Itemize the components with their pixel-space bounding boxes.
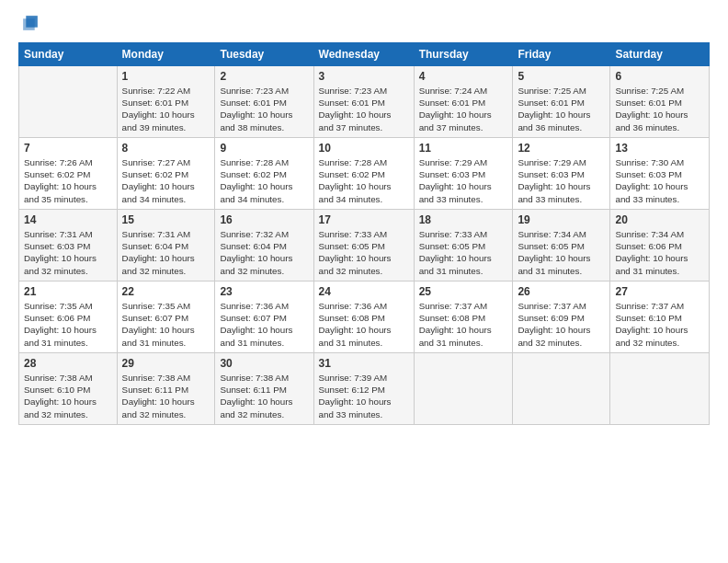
calendar-cell: 5Sunrise: 7:25 AM Sunset: 6:01 PM Daylig… — [513, 66, 610, 138]
day-info: Sunrise: 7:29 AM Sunset: 6:03 PM Dayligh… — [419, 157, 492, 204]
day-info: Sunrise: 7:25 AM Sunset: 6:01 PM Dayligh… — [615, 86, 688, 132]
day-info: Sunrise: 7:32 AM Sunset: 6:04 PM Dayligh… — [220, 229, 292, 276]
calendar-cell — [414, 353, 513, 425]
calendar-cell: 8Sunrise: 7:27 AM Sunset: 6:02 PM Daylig… — [117, 138, 215, 210]
calendar-cell: 25Sunrise: 7:37 AM Sunset: 6:08 PM Dayli… — [414, 282, 513, 353]
day-info: Sunrise: 7:31 AM Sunset: 6:03 PM Dayligh… — [24, 229, 97, 276]
day-number: 18 — [419, 213, 508, 226]
calendar-body: 1Sunrise: 7:22 AM Sunset: 6:01 PM Daylig… — [19, 66, 710, 425]
day-info: Sunrise: 7:37 AM Sunset: 6:09 PM Dayligh… — [518, 301, 590, 348]
day-number: 24 — [319, 285, 409, 298]
day-number: 8 — [122, 142, 210, 155]
calendar-cell: 6Sunrise: 7:25 AM Sunset: 6:01 PM Daylig… — [610, 66, 710, 138]
day-info: Sunrise: 7:36 AM Sunset: 6:07 PM Dayligh… — [220, 301, 292, 348]
calendar-week-row: 7Sunrise: 7:26 AM Sunset: 6:02 PM Daylig… — [19, 138, 710, 210]
day-info: Sunrise: 7:27 AM Sunset: 6:02 PM Dayligh… — [122, 157, 195, 204]
day-info: Sunrise: 7:38 AM Sunset: 6:11 PM Dayligh… — [220, 373, 292, 419]
calendar-cell: 12Sunrise: 7:29 AM Sunset: 6:03 PM Dayli… — [513, 138, 610, 210]
day-number: 15 — [122, 213, 210, 226]
day-info: Sunrise: 7:25 AM Sunset: 6:01 PM Dayligh… — [518, 86, 590, 132]
day-info: Sunrise: 7:33 AM Sunset: 6:05 PM Dayligh… — [319, 229, 392, 276]
calendar-cell: 31Sunrise: 7:39 AM Sunset: 6:12 PM Dayli… — [313, 353, 414, 425]
calendar-cell: 28Sunrise: 7:38 AM Sunset: 6:10 PM Dayli… — [19, 353, 118, 425]
day-number: 17 — [319, 213, 409, 226]
day-number: 22 — [122, 285, 210, 298]
calendar-header-cell: Tuesday — [215, 43, 313, 66]
day-info: Sunrise: 7:23 AM Sunset: 6:01 PM Dayligh… — [220, 86, 292, 132]
calendar-cell: 3Sunrise: 7:23 AM Sunset: 6:01 PM Daylig… — [313, 66, 414, 138]
day-number: 30 — [220, 357, 308, 370]
calendar-cell: 22Sunrise: 7:35 AM Sunset: 6:07 PM Dayli… — [117, 282, 215, 353]
calendar-cell — [610, 353, 710, 425]
calendar-header-cell: Thursday — [414, 43, 513, 66]
day-info: Sunrise: 7:37 AM Sunset: 6:08 PM Dayligh… — [419, 301, 492, 348]
calendar-cell: 14Sunrise: 7:31 AM Sunset: 6:03 PM Dayli… — [19, 210, 118, 282]
calendar-header-cell: Monday — [117, 43, 215, 66]
svg-marker-1 — [23, 18, 35, 30]
day-number: 3 — [319, 70, 409, 83]
calendar-cell: 9Sunrise: 7:28 AM Sunset: 6:02 PM Daylig… — [215, 138, 313, 210]
calendar-header-cell: Friday — [513, 43, 610, 66]
day-info: Sunrise: 7:28 AM Sunset: 6:02 PM Dayligh… — [319, 157, 392, 204]
day-info: Sunrise: 7:34 AM Sunset: 6:06 PM Dayligh… — [615, 229, 688, 276]
day-number: 20 — [615, 213, 704, 226]
calendar-week-row: 21Sunrise: 7:35 AM Sunset: 6:06 PM Dayli… — [19, 282, 710, 353]
calendar-header-cell: Wednesday — [313, 43, 414, 66]
day-info: Sunrise: 7:30 AM Sunset: 6:03 PM Dayligh… — [615, 157, 688, 204]
day-info: Sunrise: 7:23 AM Sunset: 6:01 PM Dayligh… — [319, 86, 392, 132]
calendar-cell — [513, 353, 610, 425]
day-number: 29 — [122, 357, 210, 370]
day-number: 16 — [220, 213, 308, 226]
calendar-cell: 27Sunrise: 7:37 AM Sunset: 6:10 PM Dayli… — [610, 282, 710, 353]
day-info: Sunrise: 7:38 AM Sunset: 6:10 PM Dayligh… — [24, 373, 97, 419]
header — [18, 17, 710, 33]
calendar-cell: 15Sunrise: 7:31 AM Sunset: 6:04 PM Dayli… — [117, 210, 215, 282]
calendar-cell: 4Sunrise: 7:24 AM Sunset: 6:01 PM Daylig… — [414, 66, 513, 138]
day-info: Sunrise: 7:29 AM Sunset: 6:03 PM Dayligh… — [518, 157, 590, 204]
day-number: 25 — [419, 285, 508, 298]
logo — [18, 17, 40, 33]
day-number: 26 — [518, 285, 605, 298]
calendar-week-row: 28Sunrise: 7:38 AM Sunset: 6:10 PM Dayli… — [19, 353, 710, 425]
day-info: Sunrise: 7:33 AM Sunset: 6:05 PM Dayligh… — [419, 229, 492, 276]
calendar-cell: 24Sunrise: 7:36 AM Sunset: 6:08 PM Dayli… — [313, 282, 414, 353]
day-number: 23 — [220, 285, 308, 298]
calendar-cell: 1Sunrise: 7:22 AM Sunset: 6:01 PM Daylig… — [117, 66, 215, 138]
day-info: Sunrise: 7:24 AM Sunset: 6:01 PM Dayligh… — [419, 86, 492, 132]
calendar-header-cell: Saturday — [610, 43, 710, 66]
calendar-cell: 10Sunrise: 7:28 AM Sunset: 6:02 PM Dayli… — [313, 138, 414, 210]
day-info: Sunrise: 7:31 AM Sunset: 6:04 PM Dayligh… — [122, 229, 195, 276]
calendar-header-cell: Sunday — [19, 43, 118, 66]
day-number: 19 — [518, 213, 605, 226]
day-number: 31 — [319, 357, 409, 370]
calendar-cell: 7Sunrise: 7:26 AM Sunset: 6:02 PM Daylig… — [19, 138, 118, 210]
calendar-cell: 23Sunrise: 7:36 AM Sunset: 6:07 PM Dayli… — [215, 282, 313, 353]
day-info: Sunrise: 7:28 AM Sunset: 6:02 PM Dayligh… — [220, 157, 292, 204]
calendar-cell: 21Sunrise: 7:35 AM Sunset: 6:06 PM Dayli… — [19, 282, 118, 353]
day-number: 9 — [220, 142, 308, 155]
day-info: Sunrise: 7:38 AM Sunset: 6:11 PM Dayligh… — [122, 373, 195, 419]
calendar-cell: 11Sunrise: 7:29 AM Sunset: 6:03 PM Dayli… — [414, 138, 513, 210]
day-info: Sunrise: 7:39 AM Sunset: 6:12 PM Dayligh… — [319, 373, 392, 419]
day-info: Sunrise: 7:37 AM Sunset: 6:10 PM Dayligh… — [615, 301, 688, 348]
calendar-cell: 2Sunrise: 7:23 AM Sunset: 6:01 PM Daylig… — [215, 66, 313, 138]
day-number: 14 — [24, 213, 112, 226]
day-number: 10 — [319, 142, 409, 155]
calendar-cell: 13Sunrise: 7:30 AM Sunset: 6:03 PM Dayli… — [610, 138, 710, 210]
day-number: 2 — [220, 70, 308, 83]
calendar-cell: 19Sunrise: 7:34 AM Sunset: 6:05 PM Dayli… — [513, 210, 610, 282]
logo-icon — [20, 13, 40, 33]
day-info: Sunrise: 7:35 AM Sunset: 6:07 PM Dayligh… — [122, 301, 195, 348]
day-info: Sunrise: 7:34 AM Sunset: 6:05 PM Dayligh… — [518, 229, 590, 276]
calendar-week-row: 1Sunrise: 7:22 AM Sunset: 6:01 PM Daylig… — [19, 66, 710, 138]
day-number: 13 — [615, 142, 704, 155]
day-number: 6 — [615, 70, 704, 83]
day-number: 1 — [122, 70, 210, 83]
day-info: Sunrise: 7:22 AM Sunset: 6:01 PM Dayligh… — [122, 86, 195, 132]
day-number: 7 — [24, 142, 112, 155]
day-number: 21 — [24, 285, 112, 298]
calendar-cell — [19, 66, 118, 138]
day-number: 28 — [24, 357, 112, 370]
day-number: 4 — [419, 70, 508, 83]
day-info: Sunrise: 7:35 AM Sunset: 6:06 PM Dayligh… — [24, 301, 97, 348]
